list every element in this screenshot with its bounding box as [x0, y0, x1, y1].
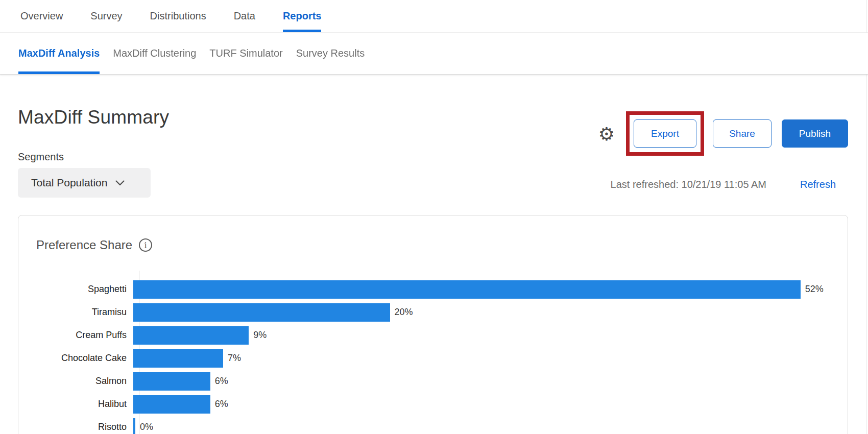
refresh-link[interactable]: Refresh: [800, 179, 836, 190]
preference-share-chart: Spaghetti 52% Tiramisu 20% Cream Puffs 9…: [36, 278, 848, 434]
bar-category-label: Spaghetti: [36, 284, 133, 295]
subtab-turf-simulator[interactable]: TURF Simulator: [209, 33, 282, 74]
report-header: MaxDiff Summary ⚙ Export Share Publish: [18, 106, 848, 129]
tab-reports[interactable]: Reports: [283, 0, 322, 32]
export-button[interactable]: Export: [634, 119, 696, 148]
card-title: Preference Share: [36, 238, 132, 252]
segments-dropdown[interactable]: Total Population: [18, 168, 151, 198]
bar-category-label: Halibut: [36, 399, 133, 409]
card-title-row: Preference Share i: [36, 238, 848, 252]
chart-row: Cream Puffs 9%: [36, 324, 848, 347]
bar-value-label: 9%: [253, 330, 267, 341]
segments-block: Segments Total Population: [18, 129, 151, 198]
bar: [133, 418, 135, 434]
bar: [133, 303, 390, 322]
report-actions: ⚙ Export Share Publish: [598, 119, 848, 156]
bar: [133, 372, 210, 391]
settings-gear-icon[interactable]: ⚙: [598, 125, 615, 143]
segments-selected-value: Total Population: [31, 177, 107, 189]
bar-chart-rows: Spaghetti 52% Tiramisu 20% Cream Puffs 9…: [36, 278, 848, 434]
chart-row: Spaghetti 52%: [36, 278, 848, 301]
bar: [133, 395, 210, 414]
bar-value-label: 7%: [228, 353, 241, 364]
bar-category-label: Cream Puffs: [36, 330, 133, 341]
bar-category-label: Risotto: [36, 422, 133, 432]
primary-nav: Overview Survey Distributions Data Repor…: [0, 0, 868, 33]
report-content: MaxDiff Summary ⚙ Export Share Publish S…: [0, 106, 868, 434]
bar-value-label: 6%: [215, 399, 228, 409]
info-icon[interactable]: i: [139, 238, 152, 252]
last-refreshed-text: Last refreshed: 10/21/19 11:05 AM: [611, 179, 766, 190]
subtab-survey-results[interactable]: Survey Results: [296, 33, 365, 74]
share-button[interactable]: Share: [713, 119, 771, 148]
chart-row: Tiramisu 20%: [36, 301, 848, 324]
segments-label: Segments: [18, 151, 151, 163]
bar: [133, 349, 223, 368]
bar: [133, 280, 801, 299]
chart-row: Risotto 0%: [36, 416, 848, 434]
preference-share-card: Preference Share i Spaghetti 52% Tiramis…: [18, 215, 848, 434]
tab-data[interactable]: Data: [234, 0, 255, 32]
chart-row: Chocolate Cake 7%: [36, 347, 848, 370]
bar-category-label: Chocolate Cake: [36, 353, 133, 364]
bar-value-label: 6%: [215, 376, 228, 387]
refresh-status-block: Last refreshed: 10/21/19 11:05 AM Refres…: [611, 179, 836, 190]
tab-survey[interactable]: Survey: [90, 0, 122, 32]
bar-value-label: 20%: [395, 307, 413, 318]
bar-category-label: Salmon: [36, 376, 133, 387]
export-highlight-box: Export: [626, 111, 704, 156]
tab-overview[interactable]: Overview: [20, 0, 63, 32]
reports-sub-nav: MaxDiff Analysis MaxDiff Clustering TURF…: [0, 33, 868, 75]
chart-row: Salmon 6%: [36, 370, 848, 393]
subtab-maxdiff-analysis[interactable]: MaxDiff Analysis: [18, 33, 100, 74]
chevron-down-icon: [115, 180, 125, 186]
tab-distributions[interactable]: Distributions: [150, 0, 206, 32]
subtab-maxdiff-clustering[interactable]: MaxDiff Clustering: [113, 33, 196, 74]
bar: [133, 326, 249, 345]
bar-value-label: 52%: [805, 284, 824, 295]
publish-button[interactable]: Publish: [782, 119, 848, 148]
bar-category-label: Tiramisu: [36, 307, 133, 318]
chart-row: Halibut 6%: [36, 393, 848, 416]
bar-value-label: 0%: [140, 422, 153, 432]
